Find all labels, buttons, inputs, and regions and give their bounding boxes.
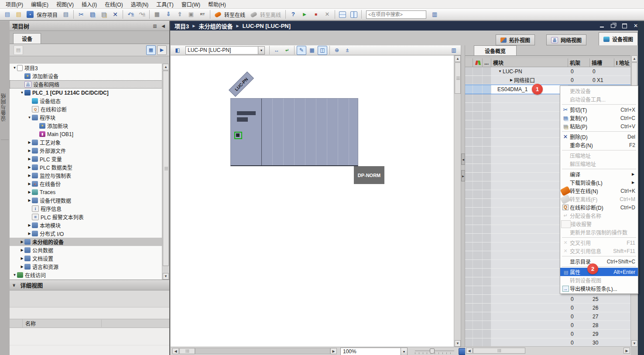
chevron-down-icon[interactable]: ∨ [12, 283, 16, 287]
tree-item-16[interactable]: ▶设备代理数据 [10, 196, 169, 205]
disconnect-icon[interactable] [322, 9, 332, 20]
cut-icon[interactable] [76, 9, 86, 20]
tree-item-1[interactable]: 添加新设备 [10, 72, 169, 80]
go-online-icon[interactable] [212, 9, 223, 20]
tree-item-8[interactable]: Main [OB1] [10, 130, 169, 138]
tree-item-3[interactable]: ▼PLC_1 [CPU 1214C DC/DC/DC] [10, 89, 169, 97]
tree-item-7[interactable]: 添加新块 [10, 122, 169, 130]
detail-view-header[interactable]: ∨ 详细视图 [10, 280, 169, 290]
chevron-down-icon[interactable]: ▼ [401, 348, 407, 355]
grid-icon[interactable]: ▦ [307, 46, 317, 55]
expander-icon[interactable]: ▶ [20, 265, 24, 269]
print-icon[interactable] [61, 9, 71, 20]
overview-row-网络接口[interactable]: ▶网络接口00 X1 [465, 76, 631, 85]
context-menu-item-3[interactable]: 剪切(T)Ctrl+X [560, 106, 638, 114]
tree-item-6[interactable]: ▼程序块 [10, 113, 169, 122]
scroll-up-icon[interactable]: ▲ [163, 64, 169, 70]
scroll-left-icon[interactable]: ◀ [466, 348, 473, 354]
chevron-down-icon[interactable]: ▼ [258, 47, 264, 54]
scroll-down-icon[interactable]: ▼ [163, 273, 169, 280]
split-horizontal-icon[interactable] [337, 9, 348, 20]
tab-device-view[interactable]: 设备视图 [599, 32, 638, 45]
project-tree-scrollbar[interactable]: ▲ ▼ [162, 64, 169, 280]
menu-item-8[interactable]: 帮助(H) [204, 0, 230, 9]
editor-splitter[interactable]: ◀ ▶ [461, 45, 465, 355]
column-dots[interactable]: ... [483, 58, 491, 67]
scroll-down-icon[interactable]: ▼ [631, 340, 637, 347]
start-runtime-icon[interactable] [186, 9, 196, 20]
tree-item-2[interactable]: 设备和网络 [10, 80, 169, 89]
context-menu-item-7[interactable]: 删除(D)Del [560, 133, 638, 141]
tree-item-19[interactable]: ▶本地模块 [10, 221, 169, 229]
save-project-label[interactable]: 保存项目 [37, 11, 58, 18]
overview-row[interactable]: 029 [465, 330, 631, 338]
context-menu-item-25[interactable]: 显示目录Ctrl+Shift+C [560, 257, 638, 266]
zoom-select[interactable]: 100% ▼ [340, 348, 408, 355]
open-project-icon[interactable] [14, 9, 24, 20]
tree-item-5[interactable]: 在线和诊断 [10, 105, 169, 113]
expander-icon[interactable]: ▶ [20, 256, 24, 260]
tab-topology-view[interactable]: 拓扑视图 [496, 34, 535, 45]
measure-icon[interactable]: ↔ [272, 46, 281, 55]
context-menu-item-5[interactable]: 粘贴(P)Ctrl+V [560, 122, 638, 130]
expander-icon[interactable]: ▼ [27, 116, 32, 119]
collapse-panel-icon[interactable]: ◀ [160, 23, 167, 29]
expander-icon[interactable]: ▼ [12, 273, 17, 277]
expander-icon[interactable]: ▼ [20, 91, 24, 95]
breadcrumb-item-0[interactable]: 项目3 [175, 22, 189, 30]
change-device-icon[interactable]: ◧ [173, 46, 182, 55]
overview-hscrollbar[interactable]: ◀ ▶ [465, 346, 631, 355]
tree-item-4[interactable]: 设备组态 [10, 97, 169, 105]
tree-item-15[interactable]: ▶Traces [10, 188, 169, 196]
tree-item-17[interactable]: 程序信息 [10, 205, 169, 213]
download-icon[interactable] [163, 9, 174, 20]
undo-icon[interactable] [125, 9, 136, 20]
expander-icon[interactable]: ▶ [27, 223, 32, 227]
menu-item-3[interactable]: 插入(I) [78, 0, 101, 9]
overview-row[interactable]: 030 [465, 338, 631, 347]
split-editor-icon[interactable]: ▥ [449, 46, 459, 55]
device-canvas[interactable]: LUC-PN DP-NORM [171, 55, 454, 347]
context-menu-item-17[interactable]: 在线和诊断(D)Ctrl+D [560, 203, 638, 212]
tree-item-18[interactable]: PLC 报警文本列表 [10, 213, 169, 221]
context-menu-item-14[interactable]: 下载到设备(L)▶ [560, 178, 638, 187]
compile-icon[interactable] [152, 9, 162, 20]
scroll-thumb[interactable] [179, 348, 195, 354]
breadcrumb-item-2[interactable]: LUC-PN [LUC-PN] [243, 23, 291, 29]
tree-item-20[interactable]: ▶分布式 I/O [10, 229, 169, 238]
expander-icon[interactable]: ▶ [27, 198, 32, 202]
overview-row-LUC-PN[interactable]: ▼LUC-PN00 [465, 67, 631, 76]
collapse-right-icon[interactable]: ▶ [461, 170, 465, 181]
device-graphic[interactable]: DP-NORM [230, 98, 358, 166]
expander-icon[interactable]: ▶ [27, 157, 32, 161]
device-selector[interactable]: LUC-PN [LUC-PN] ▼ [185, 46, 265, 55]
context-menu-item-4[interactable]: 复制(Y)Ctrl+C [560, 114, 638, 122]
tree-item-0[interactable]: ▼项目3 [10, 64, 169, 72]
tree-item-23[interactable]: ▶文档设置 [10, 254, 169, 263]
scroll-up-icon[interactable]: ▲ [631, 55, 637, 62]
paste-icon[interactable] [99, 9, 109, 20]
overview-row[interactable]: 027 [465, 312, 631, 321]
devices-networks-vertical-tab[interactable]: 设备与网络 [0, 72, 10, 142]
overview-row[interactable]: 026 [465, 304, 631, 312]
scroll-track[interactable] [195, 348, 330, 354]
minimize-icon[interactable] [598, 23, 606, 29]
expander-icon[interactable]: ▼ [497, 69, 503, 73]
library-view-icon[interactable] [429, 9, 440, 20]
restore-icon[interactable] [609, 23, 617, 29]
overview-row[interactable]: 028 [465, 321, 631, 330]
redo-icon[interactable] [137, 9, 147, 20]
menu-item-0[interactable]: 项目(P) [2, 0, 27, 9]
scroll-thumb[interactable] [455, 62, 461, 94]
collapse-left-icon[interactable]: ◀ [461, 154, 465, 165]
menu-item-5[interactable]: 选项(N) [127, 0, 153, 9]
breadcrumb-item-1[interactable]: 未分组的设备 [199, 22, 233, 30]
expander-icon[interactable]: ▶ [27, 165, 32, 169]
auto-collapse-icon[interactable]: ▥ [151, 23, 158, 29]
overview-pane-icon[interactable]: ◫ [318, 46, 327, 55]
scroll-thumb[interactable] [473, 348, 525, 354]
expander-icon[interactable]: ▶ [509, 78, 514, 82]
edit-labeling-icon[interactable]: ✎ [297, 46, 306, 55]
scroll-down-icon[interactable]: ▼ [455, 340, 461, 347]
scroll-right-icon[interactable]: ▶ [623, 348, 630, 354]
